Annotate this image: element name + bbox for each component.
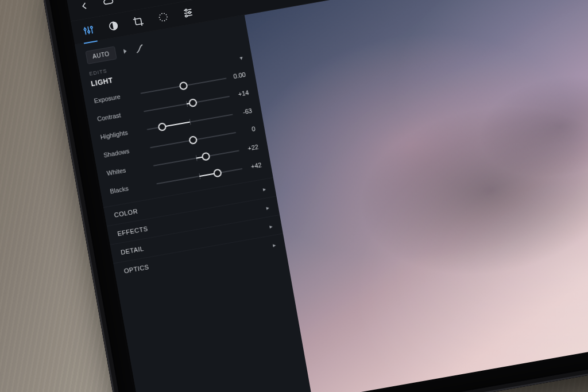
slider-label: Whites [106,166,126,177]
chevron-right-icon: ▸ [265,204,269,211]
slider-value: +42 [250,161,262,170]
masking-icon[interactable] [107,20,120,33]
slider-label: Highlights [100,129,129,141]
presets-icon[interactable] [181,6,195,20]
svg-point-9 [90,26,92,29]
slider-label: Blacks [110,185,129,195]
chevron-right-icon: ▸ [272,241,276,248]
app-screen: AUTO EDITS LIGHT ▾ Exposure0.00Contrast+… [66,0,588,392]
chevron-right-icon: ▸ [262,185,266,192]
slider-label: Exposure [94,93,121,104]
slider-value: +14 [238,89,249,98]
svg-line-19 [187,15,192,16]
svg-line-16 [184,13,188,13]
panel-title: OPTICS [123,263,149,274]
healing-icon[interactable] [157,10,170,24]
panel-title: COLOR [114,208,138,219]
back-icon[interactable] [78,0,91,13]
crop-icon[interactable] [131,15,145,28]
svg-point-18 [185,15,187,17]
svg-point-15 [188,11,191,14]
panel-title: LIGHT [90,76,113,88]
svg-line-13 [188,9,192,10]
slider-value: -63 [242,107,253,116]
chevron-right-icon: ▸ [269,223,273,230]
adjust-sliders-icon[interactable] [82,24,95,37]
slider-value: 0 [251,125,256,133]
slider-value: 0.00 [233,71,246,80]
work-area: AUTO EDITS LIGHT ▾ Exposure0.00Contrast+… [75,0,588,392]
svg-point-12 [185,9,187,11]
svg-point-5 [84,28,86,30]
svg-point-7 [88,30,90,33]
panel-title: DETAIL [120,245,144,256]
auto-button[interactable]: AUTO [85,46,117,64]
desk-surface: AUTO EDITS LIGHT ▾ Exposure0.00Contrast+… [0,0,588,392]
tone-curve-icon[interactable] [133,42,145,55]
chevron-down-icon: ▾ [239,55,243,61]
svg-point-11 [159,13,168,21]
slider-value: +22 [247,143,258,152]
panel-title: EFFECTS [117,225,149,237]
cloud-icon[interactable] [102,0,115,9]
slider-label: Shadows [103,148,130,159]
profile-dropdown-icon[interactable] [123,48,126,53]
tablet-device: AUTO EDITS LIGHT ▾ Exposure0.00Contrast+… [34,0,588,392]
slider-label: Contrast [96,111,121,122]
